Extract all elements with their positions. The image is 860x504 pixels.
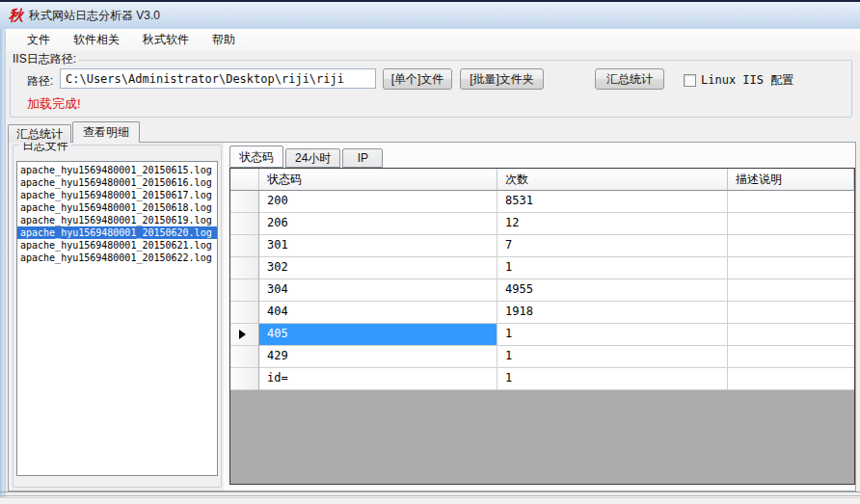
- app-window: 秋 秋式网站日志分析器 V3.0 文件软件相关秋式软件帮助 IIS日志路径: 路…: [0, 0, 860, 504]
- grid-column-header-0[interactable]: 状态码: [259, 169, 497, 191]
- grid-cell[interactable]: 4955: [497, 279, 728, 302]
- linux-iis-checkbox[interactable]: [684, 74, 696, 87]
- table-row[interactable]: 4041918: [230, 302, 854, 324]
- row-selector[interactable]: [230, 368, 259, 390]
- main-tab-strip: 汇总统计查看明细: [8, 121, 141, 143]
- log-files-list[interactable]: apache_hyu1569480001_20150615.logapache_…: [16, 161, 218, 476]
- menu-item-0[interactable]: 文件: [19, 29, 58, 51]
- row-selector[interactable]: [230, 191, 259, 213]
- grid-cell[interactable]: 206: [259, 213, 497, 235]
- grid-cell[interactable]: [728, 346, 854, 368]
- grid-cell[interactable]: 1: [497, 368, 728, 390]
- path-group-label: IIS日志路径:: [10, 51, 79, 67]
- grid-cell[interactable]: [728, 302, 854, 324]
- menu-item-3[interactable]: 帮助: [204, 29, 243, 51]
- grid-cell[interactable]: 12: [497, 213, 728, 235]
- grid-cell[interactable]: [728, 191, 854, 213]
- row-selector[interactable]: [230, 235, 259, 257]
- row-selector[interactable]: [230, 346, 259, 368]
- window-bottom-divider: [0, 491, 860, 492]
- grid-cell[interactable]: [728, 213, 854, 235]
- grid-cell[interactable]: 304: [259, 279, 497, 302]
- row-selector[interactable]: [230, 257, 259, 279]
- row-selector[interactable]: [230, 302, 259, 324]
- linux-iis-checkbox-wrap: Linux IIS 配置: [684, 72, 793, 89]
- log-file-item[interactable]: apache_hyu1569480001_20150621.log: [17, 239, 217, 252]
- window-bottom-divider-2: [0, 495, 860, 496]
- grid-cell[interactable]: 404: [259, 302, 497, 324]
- status-code-grid: 状态码次数描述说明 200853120612301730213044955404…: [229, 168, 855, 485]
- main-tab-0[interactable]: 汇总统计: [8, 124, 71, 143]
- table-row[interactable]: 3044955: [230, 279, 854, 302]
- batch-folder-button[interactable]: [批量]文件夹: [460, 68, 544, 90]
- grid-body: 2008531206123017302130449554041918405142…: [230, 191, 854, 390]
- grid-cell[interactable]: [728, 368, 854, 390]
- grid-cell[interactable]: [728, 235, 854, 257]
- grid-column-header-1[interactable]: 次数: [497, 169, 728, 191]
- window-left-border: [0, 29, 6, 498]
- load-status-text: 加载完成!: [27, 95, 81, 113]
- main-tab-1[interactable]: 查看明细: [72, 121, 140, 143]
- table-row[interactable]: 4051: [230, 324, 854, 346]
- grid-column-header-2[interactable]: 描述说明: [728, 169, 854, 191]
- detail-tab-1[interactable]: 24小时: [285, 148, 340, 168]
- menu-bar: 文件软件相关秋式软件帮助: [0, 29, 860, 51]
- menu-item-2[interactable]: 秋式软件: [135, 29, 197, 51]
- grid-cell[interactable]: [728, 279, 854, 302]
- grid-cell[interactable]: 1918: [497, 302, 728, 324]
- detail-tab-2[interactable]: IP: [342, 148, 383, 168]
- log-file-item[interactable]: apache_hyu1569480001_20150615.log: [17, 164, 217, 176]
- table-row[interactable]: 3017: [230, 235, 854, 257]
- grid-cell[interactable]: 429: [259, 346, 497, 368]
- summary-stats-button[interactable]: 汇总统计: [595, 68, 664, 90]
- log-file-item[interactable]: apache_hyu1569480001_20150620.log: [17, 226, 217, 239]
- path-input[interactable]: [60, 68, 376, 89]
- row-selector[interactable]: [230, 279, 259, 302]
- window-title: 秋式网站日志分析器 V3.0: [29, 8, 160, 24]
- grid-cell[interactable]: 1: [497, 346, 728, 368]
- grid-cell[interactable]: 200: [259, 191, 497, 213]
- grid-cell[interactable]: id=: [259, 368, 497, 390]
- detail-tab-strip: 状态码24小时IP: [229, 146, 385, 168]
- app-icon: 秋: [9, 7, 23, 25]
- log-file-item[interactable]: apache_hyu1569480001_20150617.log: [17, 189, 217, 201]
- window-bottom-border: [0, 497, 860, 504]
- grid-header-selector: [230, 169, 259, 191]
- title-bar: 秋 秋式网站日志分析器 V3.0: [0, 0, 860, 29]
- table-row[interactable]: id=1: [230, 368, 854, 390]
- single-file-button[interactable]: [单个]文件: [383, 68, 452, 90]
- detail-tab-0[interactable]: 状态码: [229, 146, 283, 168]
- grid-cell[interactable]: 1: [497, 324, 728, 346]
- path-label: 路径:: [27, 73, 53, 90]
- table-row[interactable]: 4291: [230, 346, 854, 368]
- grid-cell[interactable]: 301: [259, 235, 497, 257]
- menu-item-1[interactable]: 软件相关: [66, 29, 127, 51]
- grid-cell[interactable]: 1: [497, 257, 728, 279]
- grid-cell[interactable]: [728, 257, 854, 279]
- grid-cell[interactable]: 405: [259, 324, 497, 346]
- linux-iis-checkbox-label: Linux IIS 配置: [701, 72, 793, 89]
- grid-cell[interactable]: 302: [259, 257, 497, 279]
- log-file-item[interactable]: apache_hyu1569480001_20150619.log: [17, 214, 217, 226]
- grid-header-row: 状态码次数描述说明: [230, 169, 854, 191]
- table-row[interactable]: 3021: [230, 257, 854, 279]
- row-selector[interactable]: [230, 324, 259, 346]
- grid-cell[interactable]: [728, 324, 854, 346]
- log-file-item[interactable]: apache_hyu1569480001_20150618.log: [17, 201, 217, 214]
- grid-cell[interactable]: 7: [497, 235, 728, 257]
- current-row-arrow-icon: [239, 330, 246, 339]
- grid-cell[interactable]: 8531: [497, 191, 728, 213]
- table-row[interactable]: 20612: [230, 213, 854, 235]
- table-row[interactable]: 2008531: [230, 191, 854, 213]
- log-file-item[interactable]: apache_hyu1569480001_20150622.log: [17, 252, 217, 264]
- log-file-item[interactable]: apache_hyu1569480001_20150616.log: [17, 176, 217, 189]
- row-selector[interactable]: [230, 213, 259, 235]
